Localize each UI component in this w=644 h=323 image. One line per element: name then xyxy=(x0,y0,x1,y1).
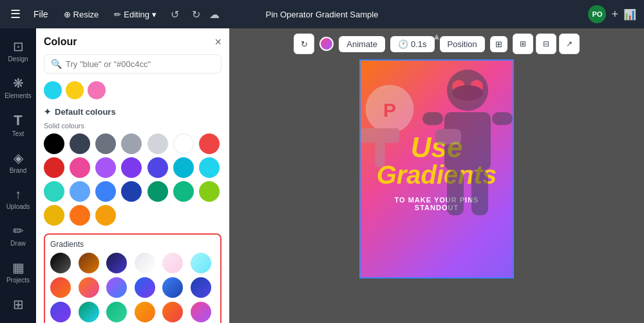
file-menu[interactable]: File xyxy=(28,6,53,22)
gradient-swatch-1[interactable] xyxy=(50,253,71,273)
sidebar-item-draw[interactable]: ✏ Draw xyxy=(3,218,33,252)
swatch-light-gray[interactable] xyxy=(121,133,142,154)
swatch-red[interactable] xyxy=(199,133,220,154)
time-button[interactable]: 🕐 0.1s xyxy=(390,36,435,52)
sidebar-design-label: Design xyxy=(8,55,28,63)
swatch-green[interactable] xyxy=(147,181,168,202)
swatch-blue[interactable] xyxy=(95,181,116,202)
default-colours-section: ✦ Default colours xyxy=(44,107,222,117)
left-sidebar: ⊡ Design ❋ Elements T Text ◈ Brand ↑ Upl… xyxy=(0,28,36,323)
resize-button[interactable]: ⊕ Resize xyxy=(59,7,104,22)
swatch-lighter-gray[interactable] xyxy=(147,133,168,154)
frame-expand-button[interactable]: ⊞ xyxy=(513,34,533,54)
gradient-swatch-10[interactable] xyxy=(135,277,155,298)
draw-icon: ✏ xyxy=(13,223,24,239)
color-search-input[interactable] xyxy=(66,59,214,69)
robot-overlay xyxy=(416,64,514,251)
swatch-lime[interactable] xyxy=(199,181,220,202)
swatch-dark-gray[interactable] xyxy=(70,133,90,154)
swatch-violet[interactable] xyxy=(121,157,142,178)
close-panel-button[interactable]: × xyxy=(214,36,222,48)
recent-swatch-pink[interactable] xyxy=(88,81,106,99)
sidebar-item-brand[interactable]: ◈ Brand xyxy=(3,145,33,179)
gradient-swatch-8[interactable] xyxy=(79,277,99,298)
design-canvas[interactable]: P xyxy=(359,59,514,279)
gradient-swatch-9[interactable] xyxy=(106,277,127,298)
gradient-swatch-11[interactable] xyxy=(162,277,183,298)
undo-button[interactable]: ↺ xyxy=(167,6,183,23)
svg-rect-13 xyxy=(435,129,461,144)
frame-shrink-button[interactable]: ⊟ xyxy=(536,34,556,54)
sidebar-text-label: Text xyxy=(12,130,24,137)
position-button[interactable]: Position xyxy=(440,36,485,52)
avatar[interactable]: PO xyxy=(588,5,606,23)
swatch-yellow[interactable] xyxy=(44,205,64,226)
search-icon: 🔍 xyxy=(51,59,62,69)
hamburger-button[interactable]: ☰ xyxy=(8,5,23,24)
gradient-swatch-2[interactable] xyxy=(79,253,99,273)
elements-icon: ❋ xyxy=(13,75,24,91)
recent-swatch-cyan[interactable] xyxy=(44,81,62,99)
gradient-swatch-18[interactable] xyxy=(191,302,211,322)
swatch-emerald[interactable] xyxy=(173,181,194,202)
gradient-swatch-17[interactable] xyxy=(162,302,183,322)
gradient-swatch-14[interactable] xyxy=(79,302,99,322)
swatch-white[interactable] xyxy=(173,133,194,154)
sidebar-item-projects[interactable]: ▦ Projects xyxy=(3,255,33,289)
analytics-icon[interactable]: 📊 xyxy=(623,8,636,21)
swatch-pink[interactable] xyxy=(70,157,90,178)
editing-button[interactable]: ✏ Editing ▾ xyxy=(109,7,162,22)
swatch-orange[interactable] xyxy=(70,205,90,226)
swatch-light-cyan[interactable] xyxy=(199,157,220,178)
sidebar-item-uploads[interactable]: ↑ Uploads xyxy=(3,182,33,215)
gradient-swatch-4[interactable] xyxy=(135,253,155,273)
projects-icon: ▦ xyxy=(12,260,24,275)
top-bar-right: PO + 📊 xyxy=(588,5,636,23)
swatch-indigo[interactable] xyxy=(147,157,168,178)
refresh-button[interactable]: ↻ xyxy=(294,34,314,54)
sidebar-item-design[interactable]: ⊡ Design xyxy=(3,34,33,68)
sidebar-item-text[interactable]: T Text xyxy=(3,107,33,142)
pencil-icon: ✏ xyxy=(114,10,121,19)
svg-rect-3 xyxy=(361,128,399,143)
gradient-swatch-12[interactable] xyxy=(191,277,211,298)
gradient-swatch-7[interactable] xyxy=(50,277,71,298)
swatch-dark-blue[interactable] xyxy=(121,181,142,202)
design-icon: ⊡ xyxy=(13,39,24,54)
settings-button[interactable]: ⊞ xyxy=(490,36,507,52)
sidebar-item-grid[interactable]: ⊞ xyxy=(3,291,33,317)
animate-button[interactable]: Animate xyxy=(339,36,385,52)
gradient-swatch-5[interactable] xyxy=(162,253,183,273)
gradients-section: Gradients xyxy=(44,233,222,323)
cloud-save-icon: ☁ xyxy=(209,8,220,21)
frame-export-button[interactable]: ↗ xyxy=(559,34,580,54)
sidebar-draw-label: Draw xyxy=(10,240,25,247)
gradient-grid-row3 xyxy=(50,302,215,322)
svg-text:P: P xyxy=(383,99,396,121)
sidebar-item-elements[interactable]: ❋ Elements xyxy=(3,70,33,104)
color-circle[interactable] xyxy=(319,37,334,51)
swatch-purple[interactable] xyxy=(95,157,116,178)
swatch-gray[interactable] xyxy=(95,133,116,154)
canvas-toolbar: ↻ Animate 🕐 0.1s Position ⊞ ⊞ ⊟ ↗ xyxy=(294,28,580,59)
gradient-swatch-16[interactable] xyxy=(135,302,155,322)
swatch-cyan[interactable] xyxy=(173,157,194,178)
gradient-swatch-13[interactable] xyxy=(50,302,71,322)
plus-button[interactable]: + xyxy=(611,8,618,21)
gradient-swatch-6[interactable] xyxy=(191,253,211,273)
redo-button[interactable]: ↻ xyxy=(188,6,204,23)
svg-rect-9 xyxy=(422,112,443,125)
gradient-swatch-3[interactable] xyxy=(106,253,127,273)
recent-swatch-yellow[interactable] xyxy=(66,81,84,99)
sidebar-item-star[interactable]: ✦ xyxy=(3,320,33,323)
swatch-amber[interactable] xyxy=(95,205,116,226)
gradient-grid-row1 xyxy=(50,253,215,273)
swatch-black[interactable] xyxy=(44,133,64,154)
swatch-dark-red[interactable] xyxy=(44,157,64,178)
chevron-down-icon: ▾ xyxy=(152,10,156,19)
gradient-swatch-15[interactable] xyxy=(106,302,127,322)
color-search-bar[interactable]: 🔍 xyxy=(44,54,222,73)
swatch-sky-blue[interactable] xyxy=(70,181,90,202)
text-icon: T xyxy=(14,112,22,129)
swatch-teal[interactable] xyxy=(44,181,64,202)
